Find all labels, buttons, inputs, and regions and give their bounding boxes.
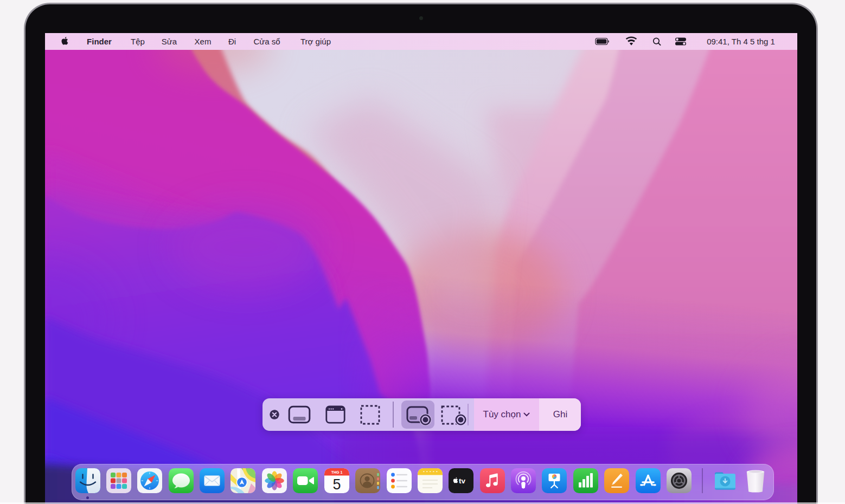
svg-text:5: 5 (332, 476, 341, 493)
svg-text:THG 1: THG 1 (331, 470, 343, 474)
svg-text:tv: tv (459, 477, 465, 485)
